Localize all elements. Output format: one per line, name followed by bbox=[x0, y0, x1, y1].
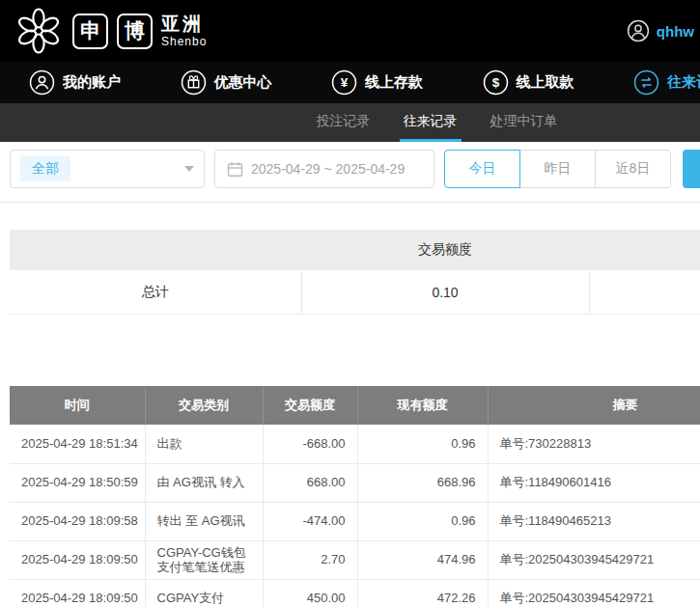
records-icon bbox=[633, 69, 659, 96]
record-cell-time: 2025-04-29 18:09:50 bbox=[10, 540, 145, 579]
summary-header-row: 交易额度 bbox=[10, 230, 700, 270]
summary-total-value: 0.10 bbox=[301, 270, 589, 315]
record-cell-balance: 472.26 bbox=[357, 579, 488, 607]
summary-total-row: 总计 0.10 bbox=[10, 270, 700, 315]
record-cell-memo: 单号:202504303945429721 bbox=[488, 540, 700, 579]
record-cell-memo: 单号:202504303945429721 bbox=[488, 579, 700, 607]
record-row: 2025-04-29 18:09:58转出 至 AG视讯-474.000.96单… bbox=[10, 502, 700, 540]
record-cell-type: CGPAY-CG钱包支付笔笔送优惠 bbox=[145, 540, 263, 579]
svg-text:¥: ¥ bbox=[341, 75, 349, 90]
date-range-value: 2025-04-29 ~ 2025-04-29 bbox=[251, 161, 405, 177]
record-cell-balance: 0.96 bbox=[357, 425, 488, 463]
filter-bar: 全部 2025-04-29 ~ 2025-04-29 今日 昨日 近8日 bbox=[0, 142, 700, 203]
records-header-row: 时间交易类别交易额度现有额度摘要 bbox=[10, 386, 700, 425]
record-cell-type: 转出 至 AG视讯 bbox=[145, 502, 263, 540]
brand-name-en: Shenbo bbox=[161, 36, 207, 47]
tab-label: 处理中订单 bbox=[490, 113, 558, 130]
nav-item-promotions[interactable]: 优惠中心 bbox=[181, 69, 272, 96]
record-cell-memo: 单号:118490465213 bbox=[488, 502, 700, 540]
nav-item-label: 线上存款 bbox=[365, 73, 423, 92]
calendar-icon bbox=[227, 161, 243, 178]
record-cell-amount: -668.00 bbox=[263, 425, 357, 463]
records-body: 2025-04-29 18:51:34出款-668.000.96单号:73022… bbox=[10, 425, 700, 607]
nav-item-deposit[interactable]: ¥ 线上存款 bbox=[331, 69, 423, 96]
account-area[interactable]: qhhw bbox=[627, 19, 694, 42]
brand-char-2: 博 bbox=[117, 14, 153, 49]
records-header-cell: 交易类别 bbox=[145, 386, 263, 425]
record-row: 2025-04-29 18:50:59由 AG视讯 转入668.00668.96… bbox=[10, 463, 700, 502]
records-header-cell: 现有额度 bbox=[357, 386, 488, 425]
chevron-down-icon bbox=[184, 166, 194, 172]
summary-header-amount: 交易额度 bbox=[301, 230, 589, 270]
summary-table: 交易额度 总计 0.10 bbox=[10, 230, 700, 315]
record-cell-memo: 单号:118490601416 bbox=[488, 463, 700, 502]
record-cell-time: 2025-04-29 18:50:59 bbox=[10, 463, 145, 502]
search-button[interactable] bbox=[683, 150, 700, 188]
promo-icon bbox=[181, 69, 207, 96]
tab-label: 往来记录 bbox=[404, 113, 458, 130]
withdraw-icon: $ bbox=[483, 69, 509, 96]
page: 申 博 亚洲 Shenbo qhhw bbox=[0, 0, 700, 607]
records-header-cell: 交易额度 bbox=[263, 386, 357, 425]
records-table: 时间交易类别交易额度现有额度摘要 2025-04-29 18:51:34出款-6… bbox=[10, 386, 700, 607]
nav-item-label: 线上取款 bbox=[517, 73, 574, 92]
user-avatar-icon bbox=[627, 19, 650, 42]
record-row: 2025-04-29 18:09:50CGPAY-CG钱包支付笔笔送优惠2.70… bbox=[10, 540, 700, 579]
quick-range-group: 今日 昨日 近8日 bbox=[444, 150, 671, 188]
record-row: 2025-04-29 18:51:34出款-668.000.96单号:73022… bbox=[10, 425, 700, 463]
brand-char-1: 申 bbox=[72, 14, 108, 49]
record-cell-amount: 450.00 bbox=[263, 579, 357, 607]
quick-range-today-button[interactable]: 今日 bbox=[444, 150, 520, 188]
record-cell-time: 2025-04-29 18:51:34 bbox=[10, 425, 145, 463]
brand-region: 亚洲 bbox=[161, 14, 207, 33]
record-cell-type: 出款 bbox=[145, 425, 263, 463]
nav-item-withdraw[interactable]: $ 线上取款 bbox=[483, 69, 574, 96]
tab-processing-orders[interactable]: 处理中订单 bbox=[487, 103, 562, 142]
record-cell-amount: 2.70 bbox=[263, 540, 357, 579]
record-cell-type: 由 AG视讯 转入 bbox=[145, 463, 263, 502]
deposit-icon: ¥ bbox=[331, 69, 357, 96]
summary-total-label: 总计 bbox=[10, 270, 301, 315]
tab-bet-records[interactable]: 投注记录 bbox=[313, 103, 375, 142]
nav-item-label: 优惠中心 bbox=[214, 73, 272, 92]
quick-range-yesterday-button[interactable]: 昨日 bbox=[519, 150, 596, 188]
tab-transaction-records[interactable]: 往来记录 bbox=[400, 103, 462, 142]
record-cell-memo: 单号:730228813 bbox=[488, 425, 700, 463]
category-select[interactable]: 全部 bbox=[10, 150, 205, 188]
tab-label: 投注记录 bbox=[317, 113, 371, 130]
record-cell-balance: 0.96 bbox=[357, 502, 488, 540]
nav-item-label: 我的账户 bbox=[63, 73, 121, 92]
summary-total-extra bbox=[589, 270, 700, 315]
quick-range-8days-button[interactable]: 近8日 bbox=[595, 150, 671, 188]
record-cell-time: 2025-04-29 18:09:58 bbox=[10, 502, 145, 540]
record-cell-amount: -474.00 bbox=[263, 502, 357, 540]
category-selected-value: 全部 bbox=[20, 156, 70, 181]
account-icon bbox=[29, 69, 55, 96]
record-cell-balance: 474.96 bbox=[357, 540, 488, 579]
nav-item-my-account[interactable]: 我的账户 bbox=[29, 69, 121, 96]
main-nav: 我的账户 优惠中心 ¥ 线上存款 $ bbox=[0, 62, 700, 103]
top-header: 申 博 亚洲 Shenbo qhhw bbox=[0, 0, 700, 62]
summary-header-empty bbox=[589, 230, 700, 270]
records-header-cell: 时间 bbox=[10, 386, 145, 425]
sub-nav: 投注记录 往来记录 处理中订单 bbox=[0, 103, 700, 142]
summary-header-empty bbox=[10, 230, 301, 270]
nav-item-transactions[interactable]: 往来记录 bbox=[633, 69, 700, 96]
svg-text:$: $ bbox=[491, 75, 499, 90]
brand-logo: 申 博 亚洲 Shenbo bbox=[14, 6, 207, 56]
records-header-cell: 摘要 bbox=[488, 386, 700, 425]
record-row: 2025-04-29 18:09:50CGPAY支付450.00472.26单号… bbox=[10, 579, 700, 607]
date-range-input[interactable]: 2025-04-29 ~ 2025-04-29 bbox=[214, 150, 434, 188]
record-cell-time: 2025-04-29 18:09:50 bbox=[10, 579, 145, 607]
brand-text: 亚洲 Shenbo bbox=[161, 14, 207, 47]
record-cell-type: CGPAY支付 bbox=[145, 579, 263, 607]
record-cell-amount: 668.00 bbox=[263, 463, 357, 502]
record-cell-balance: 668.96 bbox=[357, 463, 488, 502]
nav-item-label: 往来记录 bbox=[667, 73, 700, 92]
lotus-logo-icon bbox=[14, 6, 64, 56]
account-username: qhhw bbox=[657, 23, 694, 40]
